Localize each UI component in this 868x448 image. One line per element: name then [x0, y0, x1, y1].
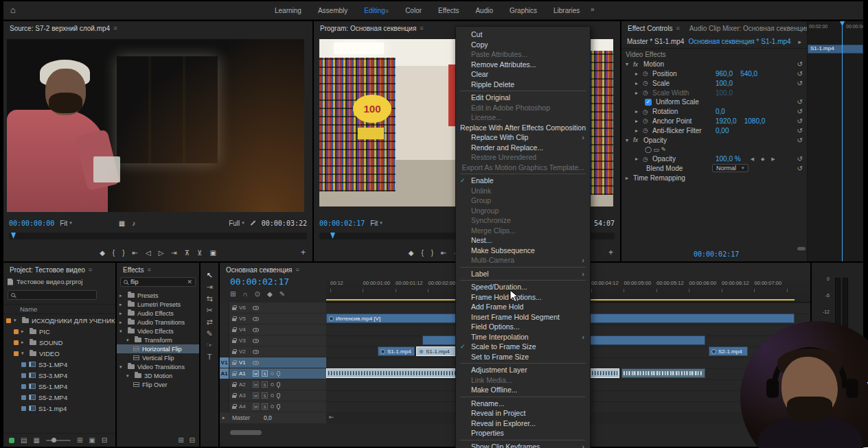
twirl-icon[interactable]: [635, 90, 643, 96]
menu-item[interactable]: Ripple Delete: [456, 80, 590, 90]
mic-icon[interactable]: [277, 404, 280, 409]
reset-parameter-icon[interactable]: ↺: [797, 70, 803, 78]
audio-track-header[interactable]: A1 A1 M S: [220, 368, 326, 379]
stopwatch-icon[interactable]: [643, 70, 652, 77]
effect-row[interactable]: Motion ↺: [621, 60, 807, 69]
stopwatch-icon[interactable]: [643, 80, 652, 86]
workspace-tab[interactable]: Audio: [475, 7, 493, 14]
source-playhead[interactable]: [11, 233, 16, 239]
timeline-toolbar-icon[interactable]: ✎: [279, 290, 285, 298]
track-lock-icon[interactable]: [229, 349, 239, 354]
project-item-row[interactable]: ИСХОДНИКИ ДЛЯ УЧЕНИК: [3, 315, 115, 326]
transport-button[interactable]: ⇤: [441, 249, 446, 257]
timeline-horizontal-scrollbar[interactable]: [230, 430, 262, 435]
timeline-toolbar-icon[interactable]: ◆: [267, 290, 273, 298]
reset-parameter-icon[interactable]: ↺: [797, 80, 803, 87]
effects-tab[interactable]: Effects≡: [123, 266, 151, 274]
ec-master-label[interactable]: Master * S1-1.mp4: [627, 38, 684, 45]
twirl-icon[interactable]: [635, 80, 643, 86]
twirl-icon[interactable]: [119, 293, 125, 298]
tool-button[interactable]: ⇥: [206, 283, 212, 291]
menu-item[interactable]: Properties: [456, 428, 590, 438]
menu-item[interactable]: ✓ Scale to Frame Size: [456, 342, 590, 352]
transport-button[interactable]: ⇥: [171, 249, 176, 257]
source-zoom-select[interactable]: Fit▾: [60, 220, 72, 227]
track-output-eye-icon[interactable]: [253, 350, 259, 354]
program-timecode[interactable]: 00:00:02:17: [319, 220, 365, 227]
mute-button[interactable]: M: [253, 403, 259, 410]
source-patch[interactable]: A1: [220, 368, 229, 379]
ec-clip-bar[interactable]: S1-1.mp4: [808, 45, 863, 54]
effect-row[interactable]: Time Remapping: [621, 173, 807, 182]
track-lock-icon[interactable]: [229, 360, 239, 365]
effects-tree-row[interactable]: Audio Transitions: [117, 318, 199, 327]
effects-tree-row[interactable]: Flip Over: [117, 380, 199, 389]
stopwatch-icon[interactable]: [643, 156, 652, 163]
source-timecode[interactable]: 00:00:00:00: [9, 220, 54, 227]
twirl-icon[interactable]: [14, 318, 19, 323]
mic-icon[interactable]: [277, 393, 280, 398]
chevron-right-icon[interactable]: ▸: [798, 38, 801, 45]
stopwatch-icon[interactable]: [643, 127, 652, 134]
label-color-swatch[interactable]: [21, 373, 26, 378]
sequence-tab[interactable]: Основная секвенция≡: [226, 266, 299, 274]
track-lock-icon[interactable]: [229, 316, 239, 321]
fx-badge-icon[interactable]: [633, 61, 643, 68]
track-output-eye-icon[interactable]: [253, 339, 259, 343]
track-lock-icon[interactable]: [229, 305, 239, 310]
twirl-icon[interactable]: [119, 364, 125, 370]
drag-video-icon[interactable]: ▦: [119, 220, 125, 227]
effect-row[interactable]: Scale 100,0 ↺: [621, 78, 807, 88]
button-editor-add[interactable]: +: [608, 248, 613, 257]
twirl-icon[interactable]: [119, 302, 125, 307]
track-lock-icon[interactable]: [229, 327, 239, 332]
effect-controls-tab[interactable]: Effect Controls≡: [628, 25, 680, 32]
transport-button[interactable]: {: [113, 249, 115, 257]
track-name[interactable]: V2: [239, 349, 251, 355]
effects-tree-row[interactable]: 3D Motion: [117, 371, 199, 380]
twirl-icon[interactable]: [626, 61, 633, 67]
effect-row[interactable]: Rotation 0,0 ↺: [621, 107, 807, 117]
menu-item[interactable]: Link Media...: [456, 375, 590, 386]
transport-button[interactable]: ⇤: [133, 249, 138, 257]
transport-button[interactable]: ◆: [100, 249, 105, 257]
reset-parameter-icon[interactable]: ↺: [797, 155, 803, 163]
tool-button[interactable]: ⇄: [206, 318, 212, 326]
project-tab[interactable]: Project: Тестовое видео≡: [10, 266, 92, 274]
video-track-header[interactable]: V3: [220, 335, 326, 346]
audio-track-header[interactable]: A2 M S: [220, 379, 326, 390]
menu-item[interactable]: Merge Clips...: [456, 226, 590, 236]
twirl-icon[interactable]: [126, 373, 132, 379]
timeline-clip[interactable]: S1-1.mp4: [378, 346, 415, 356]
tool-button[interactable]: ⇆: [206, 294, 212, 303]
reset-parameter-icon[interactable]: ↺: [797, 98, 803, 106]
label-color-swatch[interactable]: [21, 406, 26, 411]
tool-button[interactable]: ☞: [206, 341, 213, 349]
timeline-clip[interactable]: [621, 368, 705, 378]
track-lock-icon[interactable]: [229, 404, 239, 409]
twirl-icon[interactable]: [21, 351, 27, 356]
twirl-icon[interactable]: [119, 329, 125, 334]
reset-parameter-icon[interactable]: ↺: [797, 60, 803, 68]
panel-menu-icon[interactable]: ≡: [676, 25, 679, 32]
effects-tree-row[interactable]: Video Effects: [117, 327, 199, 335]
menu-item[interactable]: Edit in Adobe Photoshop: [456, 103, 590, 113]
menu-item[interactable]: Field Options...: [456, 322, 590, 332]
timeline-timecode[interactable]: 00:00:02:17: [230, 276, 289, 287]
twirl-icon[interactable]: [635, 128, 643, 134]
twirl-icon[interactable]: [119, 320, 125, 325]
blend-mode-select[interactable]: Normal: [712, 164, 749, 172]
effects-tree-row[interactable]: Video Transitions: [117, 362, 199, 371]
record-arm-icon[interactable]: [271, 394, 274, 397]
zoom-slider[interactable]: [46, 440, 71, 441]
mute-button[interactable]: M: [253, 392, 259, 399]
project-name-column-header[interactable]: Name: [3, 304, 115, 314]
twirl-icon[interactable]: [21, 340, 27, 345]
delete-icon[interactable]: ⊟: [102, 436, 107, 444]
video-track-header[interactable]: V5: [220, 314, 326, 325]
effects-tree-row[interactable]: Horizontal Flip: [117, 344, 199, 353]
parameter-value[interactable]: 960,0 540,0: [716, 70, 757, 78]
source-patch[interactable]: [220, 390, 229, 401]
effect-row[interactable]: Position 960,0 540,0 ↺: [621, 69, 807, 79]
audio-track-header[interactable]: A3 M S: [220, 390, 326, 401]
